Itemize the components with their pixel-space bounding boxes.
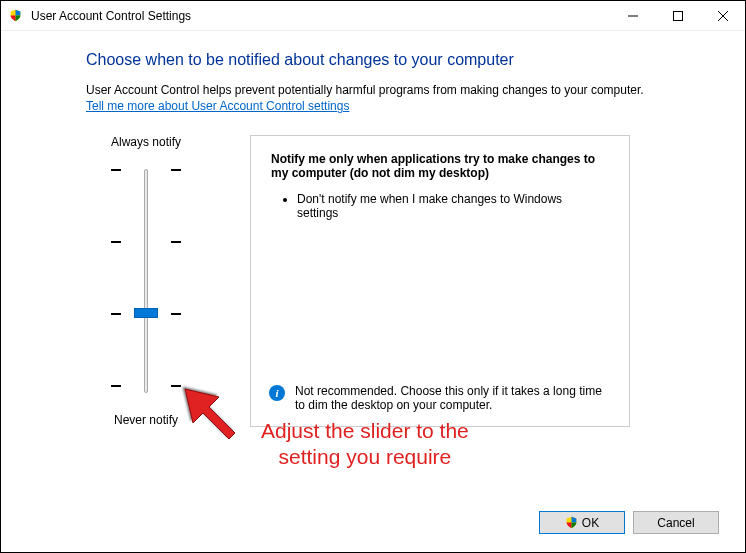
shield-icon [9,9,23,23]
maximize-button[interactable] [655,1,700,30]
ok-button[interactable]: OK [539,511,625,534]
help-link[interactable]: Tell me more about User Account Control … [86,99,349,113]
info-bullet: Don't notify me when I make changes to W… [297,192,609,220]
svg-rect-1 [673,11,682,20]
slider-thumb[interactable] [134,308,158,318]
titlebar: User Account Control Settings [1,1,745,31]
content-area: Choose when to be notified about changes… [1,31,745,427]
window-title: User Account Control Settings [31,9,191,23]
window-controls [610,1,745,30]
slider-column: Always notify Never notify [86,135,206,427]
slider-bottom-label: Never notify [86,413,206,427]
slider-top-label: Always notify [86,135,206,149]
notification-slider[interactable] [111,161,181,401]
info-icon: i [269,385,285,401]
page-heading: Choose when to be notified about changes… [86,51,715,69]
info-panel: Notify me only when applications try to … [250,135,630,427]
info-title: Notify me only when applications try to … [271,152,609,180]
recommendation-text: Not recommended. Choose this only if it … [295,384,611,412]
description-text: User Account Control helps prevent poten… [86,83,715,97]
cancel-button[interactable]: Cancel [633,511,719,534]
close-button[interactable] [700,1,745,30]
minimize-button[interactable] [610,1,655,30]
button-row: OK Cancel [539,511,719,534]
shield-icon [565,516,578,529]
